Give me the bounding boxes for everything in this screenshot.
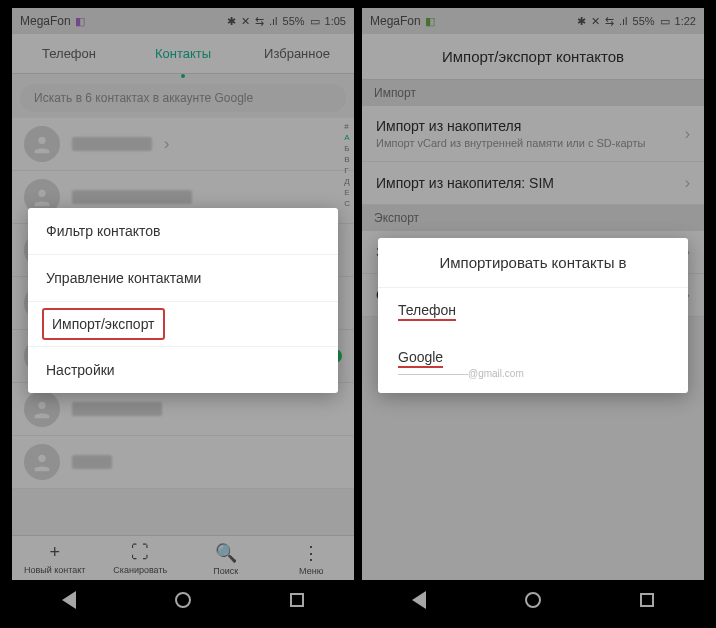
right-screenshot: MegaFon ◧ ✱ ✕ ⇆ .ıl 55% ▭ 1:22 Импорт/эк… — [362, 8, 704, 620]
import-target-dialog: Импортировать контакты в Телефон Google … — [378, 238, 688, 393]
left-screenshot: MegaFon ◧ ✱ ✕ ⇆ .ıl 55% ▭ 1:05 Телефон К… — [12, 8, 354, 620]
option-label: Google — [398, 349, 443, 368]
option-phone[interactable]: Телефон — [378, 288, 688, 335]
option-label: Телефон — [398, 302, 456, 321]
dialog-title: Импортировать контакты в — [378, 238, 688, 288]
menu-settings[interactable]: Настройки — [28, 347, 338, 393]
account-email: ———————@gmail.com — [398, 368, 668, 379]
menu-import-export[interactable]: Импорт/экспорт — [42, 308, 165, 340]
options-menu: Фильтр контактов Управление контактами И… — [28, 208, 338, 393]
menu-manage-contacts[interactable]: Управление контактами — [28, 255, 338, 302]
option-google[interactable]: Google ———————@gmail.com — [378, 335, 688, 393]
menu-filter-contacts[interactable]: Фильтр контактов — [28, 208, 338, 255]
